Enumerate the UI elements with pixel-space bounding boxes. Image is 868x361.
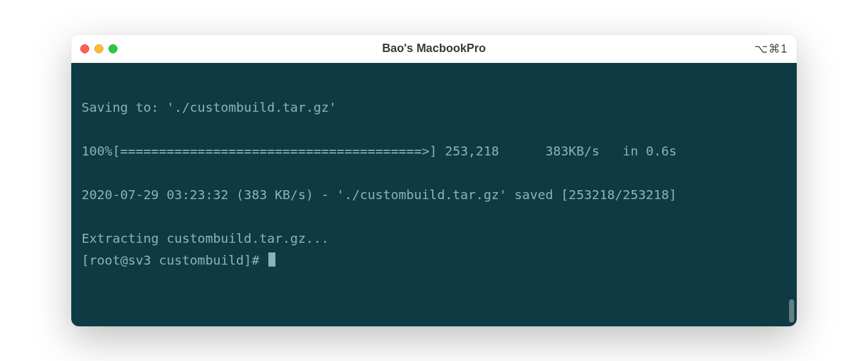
tab-shortcut-label: ⌥⌘1 [754, 42, 788, 56]
minimize-button[interactable] [94, 44, 103, 53]
maximize-button[interactable] [108, 44, 117, 53]
terminal-output-line: Extracting custombuild.tar.gz... [82, 231, 329, 246]
scrollbar-thumb[interactable] [789, 299, 794, 322]
titlebar[interactable]: Bao's MacbookPro ⌥⌘1 [71, 35, 797, 63]
terminal-window: Bao's MacbookPro ⌥⌘1 Saving to: './custo… [71, 35, 797, 326]
close-button[interactable] [80, 44, 89, 53]
terminal-body[interactable]: Saving to: './custombuild.tar.gz' 100%[=… [71, 63, 797, 326]
terminal-output-line: 100%[===================================… [82, 143, 677, 159]
window-controls [80, 44, 117, 53]
terminal-prompt: [root@sv3 custombuild]# [82, 252, 267, 268]
terminal-output-line: 2020-07-29 03:23:32 (383 KB/s) - './cust… [82, 187, 677, 202]
terminal-output-line: Saving to: './custombuild.tar.gz' [82, 100, 336, 115]
window-title: Bao's MacbookPro [71, 42, 797, 55]
cursor-icon [268, 252, 275, 267]
terminal-prompt-line: [root@sv3 custombuild]# [82, 252, 275, 268]
